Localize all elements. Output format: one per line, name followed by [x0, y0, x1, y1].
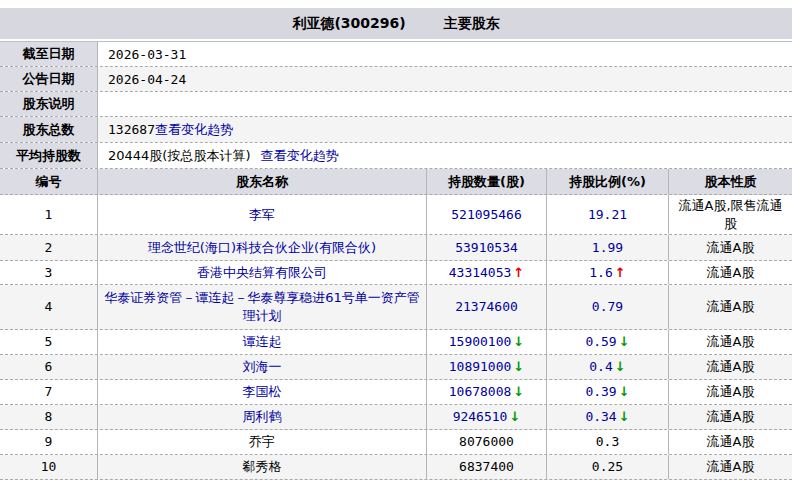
column-header: 股本性质 [669, 169, 792, 194]
trend-up-icon: ↑ [615, 264, 626, 282]
info-label: 公告日期 [0, 67, 98, 91]
share-type-cell: 流通A股 [669, 430, 792, 454]
table-row: 4华泰证券资管－谭连起－华泰尊享稳进61号单一资产管理计划213746000.7… [0, 285, 792, 330]
info-label: 平均持股数 [0, 143, 98, 168]
rank-cell: 5 [0, 330, 98, 354]
rank-cell: 7 [0, 380, 98, 404]
trend-down-icon: ↓ [509, 408, 520, 426]
ratio-value: 19.21 [588, 206, 627, 224]
shares-cell: 21374600 [427, 285, 547, 329]
ratio-cell: 1.99 [547, 235, 669, 260]
view-trend-link[interactable]: 查看变化趋势 [261, 147, 339, 165]
ratio-cell: 0.3 [547, 430, 669, 454]
rank-cell: 8 [0, 405, 98, 429]
shareholder-name-link[interactable]: 李国松 [243, 383, 282, 401]
rank-cell: 4 [0, 285, 98, 329]
rank-cell: 10 [0, 455, 98, 479]
share-type-cell: 流通A股 [669, 285, 792, 329]
trend-down-icon: ↓ [513, 383, 524, 401]
info-value: 2026-03-31 [98, 42, 792, 66]
trend-down-icon: ↓ [513, 358, 524, 376]
share-type-cell: 流通A股,限售流通股 [669, 195, 792, 234]
shareholder-table: 编号股东名称持股数量(股)持股比例(%)股本性质1李军52109546619.2… [0, 169, 792, 480]
ratio-cell: 0.59↓ [547, 330, 669, 354]
table-row: 7李国松10678008↓0.39↓流通A股 [0, 380, 792, 405]
info-label: 股东说明 [0, 92, 98, 116]
ratio-value: 0.3 [596, 433, 619, 451]
view-trend-link[interactable]: 查看变化趋势 [155, 121, 233, 139]
trend-down-icon: ↓ [615, 358, 626, 376]
info-label: 截至日期 [0, 42, 98, 66]
ratio-value: 0.4 [589, 358, 612, 376]
shares-cell: 6837400 [427, 455, 547, 479]
ratio-cell: 1.6↑ [547, 261, 669, 284]
column-header: 持股数量(股) [427, 169, 547, 194]
table-row: 2理念世纪(海口)科技合伙企业(有限合伙)539105341.99流通A股 [0, 235, 792, 261]
summary-info-table: 截至日期2026-03-31公告日期2026-04-24股东说明股东总数1326… [0, 41, 792, 169]
info-label: 股东总数 [0, 117, 98, 142]
shareholder-name-link[interactable]: 周利鹤 [243, 408, 282, 426]
ratio-value: 0.39 [585, 383, 616, 401]
ratio-value: 1.6 [589, 264, 612, 282]
info-value: 132687查看变化趋势 [98, 117, 792, 142]
table-row: 5谭连起15900100↓0.59↓流通A股 [0, 330, 792, 355]
ratio-cell: 0.34↓ [547, 405, 669, 429]
info-row: 股东说明 [0, 92, 792, 117]
info-row: 截至日期2026-03-31 [0, 42, 792, 67]
trend-down-icon: ↓ [619, 333, 630, 351]
section-title: 主要股东 [444, 15, 500, 33]
ratio-cell: 0.25 [547, 455, 669, 479]
table-row: 1李军52109546619.21流通A股,限售流通股 [0, 195, 792, 235]
shares-cell: 521095466 [427, 195, 547, 234]
table-row: 9乔宇80760000.3流通A股 [0, 430, 792, 455]
shareholder-name-cell: 理念世纪(海口)科技合伙企业(有限合伙) [98, 235, 427, 260]
shares-cell: 53910534 [427, 235, 547, 260]
share-type-cell: 流通A股 [669, 330, 792, 354]
info-row: 平均持股数20444股(按总股本计算)查看变化趋势 [0, 143, 792, 169]
shares-value: 10891000 [449, 358, 512, 376]
shareholder-name-cell: 华泰证券资管－谭连起－华泰尊享稳进61号单一资产管理计划 [98, 285, 427, 329]
table-header-row: 编号股东名称持股数量(股)持股比例(%)股本性质 [0, 169, 792, 195]
info-value-text: 20444股(按总股本计算) [108, 147, 251, 165]
shareholder-name-link[interactable]: 香港中央结算有限公司 [197, 264, 327, 282]
share-type-cell: 流通A股 [669, 355, 792, 379]
ratio-cell: 0.39↓ [547, 380, 669, 404]
ratio-value: 0.34 [585, 408, 616, 426]
info-value: 20444股(按总股本计算)查看变化趋势 [98, 143, 792, 168]
shareholder-name-text: 乔宇 [249, 433, 275, 451]
shareholder-name-cell: 周利鹤 [98, 405, 427, 429]
shareholder-name-link[interactable]: 理念世纪(海口)科技合伙企业(有限合伙) [148, 239, 376, 257]
shares-value: 9246510 [453, 408, 508, 426]
page: 利亚德(300296) 主要股东 截至日期2026-03-31公告日期2026-… [0, 8, 792, 481]
ratio-cell: 0.79 [547, 285, 669, 329]
shares-cell: 9246510↓ [427, 405, 547, 429]
column-header: 编号 [0, 169, 98, 194]
share-type-cell: 流通A股 [669, 380, 792, 404]
trend-up-icon: ↑ [513, 264, 524, 282]
shareholder-name-link[interactable]: 刘海一 [243, 358, 282, 376]
info-row: 公告日期2026-04-24 [0, 67, 792, 92]
ratio-value: 0.59 [585, 333, 616, 351]
ratio-cell: 0.4↓ [547, 355, 669, 379]
table-row: 10郗秀格68374000.25流通A股 [0, 455, 792, 480]
shareholder-name-link[interactable]: 谭连起 [243, 333, 282, 351]
share-type-cell: 流通A股 [669, 261, 792, 284]
shareholder-name-link[interactable]: 李军 [249, 206, 275, 224]
shareholder-name-cell: 谭连起 [98, 330, 427, 354]
shares-value: 8076000 [459, 433, 514, 451]
shareholder-name-link[interactable]: 华泰证券资管－谭连起－华泰尊享稳进61号单一资产管理计划 [101, 289, 423, 324]
column-header: 股东名称 [98, 169, 427, 194]
info-value-text: 132687 [108, 122, 155, 137]
info-value-text: 2026-03-31 [108, 47, 186, 62]
rank-cell: 3 [0, 261, 98, 284]
shares-value: 521095466 [451, 206, 521, 224]
table-row: 8周利鹤9246510↓0.34↓流通A股 [0, 405, 792, 430]
share-type-cell: 流通A股 [669, 455, 792, 479]
ratio-value: 1.99 [592, 239, 623, 257]
rank-cell: 9 [0, 430, 98, 454]
shares-value: 53910534 [455, 239, 518, 257]
rank-cell: 6 [0, 355, 98, 379]
shareholder-name-cell: 刘海一 [98, 355, 427, 379]
shareholder-name-cell: 乔宇 [98, 430, 427, 454]
shareholder-name-cell: 李国松 [98, 380, 427, 404]
